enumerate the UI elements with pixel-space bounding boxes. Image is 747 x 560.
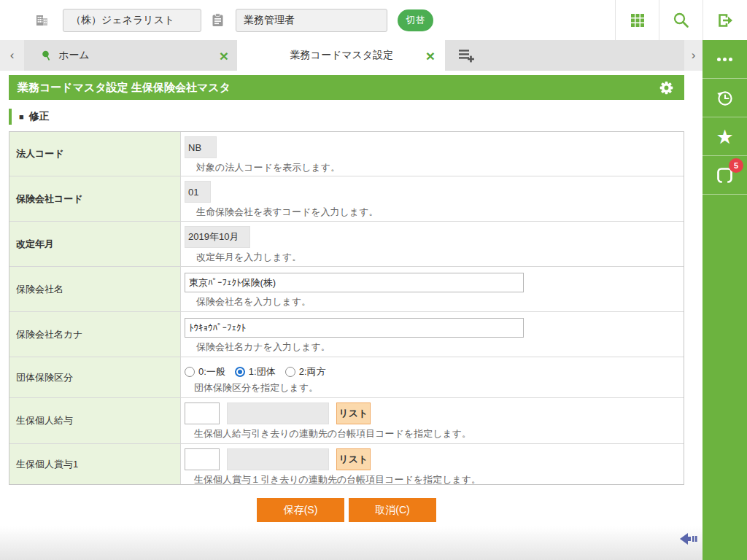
page-title-bar: 業務コードマスタ設定 生保保険会社マスタ	[9, 75, 684, 100]
save-button[interactable]: 保存(S)	[257, 498, 344, 522]
field-value-cell: 対象の法人コードを表示します。	[181, 132, 684, 176]
personal-bonus1-code-input[interactable]	[185, 448, 220, 470]
collapse-arrow-icon	[678, 532, 699, 546]
personal-salary-name-input[interactable]	[227, 402, 329, 424]
gear-icon	[659, 80, 674, 96]
personal-salary-list-button[interactable]: リスト	[336, 402, 371, 424]
star-icon: ★	[716, 127, 733, 147]
search-button[interactable]	[659, 0, 703, 40]
field-description: 生保個人賞与１引き去りの連動先の台帳項目コードを指定します。	[185, 473, 678, 486]
radio-option-general[interactable]: 0:一般	[185, 365, 225, 378]
field-description: 改定年月を入力します。	[185, 251, 678, 264]
sidebar-more-button[interactable]	[703, 40, 747, 79]
form-row-insurer-code: 保険会社コード 生命保険会社を表すコードを入力します。	[9, 176, 684, 221]
section-heading: ■ 修正	[9, 109, 50, 125]
section-marker: ■	[19, 112, 24, 121]
radio-option-both[interactable]: 2:両方	[285, 365, 326, 378]
sidebar-history-button[interactable]	[703, 79, 747, 117]
field-value-cell: 改定年月を入力します。	[181, 222, 684, 266]
insurer-name-input[interactable]	[185, 273, 524, 292]
sidebar-notifications-button[interactable]: 5	[703, 156, 747, 195]
radio-label: 1:団体	[249, 365, 276, 378]
field-description: 対象の法人コードを表示します。	[185, 161, 678, 174]
radio-icon[interactable]	[285, 367, 295, 377]
role-icon	[212, 13, 224, 27]
field-value-cell: リスト 生保個人給与引き去りの連動先の台帳項目コードを指定します。	[181, 398, 684, 443]
logout-button[interactable]	[703, 0, 747, 40]
form-row-insurer-name: 保険会社名 保険会社名を入力します。	[9, 266, 684, 311]
grid-icon	[630, 12, 646, 28]
header-bar: 切替	[0, 0, 747, 40]
radio-label: 0:一般	[198, 365, 225, 378]
bottom-fade	[0, 526, 703, 560]
field-description: 保険会社名カナを入力します。	[185, 341, 678, 354]
radio-option-group[interactable]: 1:団体	[235, 365, 276, 378]
apps-menu-button[interactable]	[615, 0, 659, 40]
form-row-insurer-name-kana: 保険会社名カナ 保険会社名カナを入力します。	[9, 311, 684, 357]
radio-label: 2:両方	[299, 365, 326, 378]
radio-icon[interactable]	[185, 367, 195, 377]
tab-add-button[interactable]	[445, 40, 684, 71]
insurer-code-input[interactable]	[185, 181, 211, 203]
app-window: 切替	[0, 0, 747, 560]
revision-date-input[interactable]	[185, 226, 250, 248]
field-value-cell: リスト 生保個人賞与１引き去りの連動先の台帳項目コードを指定します。	[181, 444, 684, 484]
form-row-corporate-code: 法人コード 対象の法人コードを表示します。	[9, 132, 684, 176]
field-description: 団体保険区分を指定します。	[185, 381, 678, 394]
form-row-revision-date: 改定年月 改定年月を入力します。	[9, 221, 684, 266]
header-actions	[615, 0, 747, 40]
tab-active-label: 業務コードマスタ設定	[259, 49, 425, 62]
field-label: 生保個人給与	[9, 398, 181, 443]
tab-home[interactable]: ホーム ×	[24, 40, 237, 71]
settings-button[interactable]	[659, 80, 674, 96]
tab-scroll-next[interactable]: ›	[684, 40, 703, 71]
form-row-group-insurance-type: 団体保険区分 0:一般 1:団体 2:両方	[9, 357, 684, 397]
tab-active[interactable]: 業務コードマスタ設定 ×	[237, 40, 445, 71]
collapse-panel-button[interactable]	[678, 532, 699, 549]
field-value-cell: 0:一般 1:団体 2:両方 団体保険区分を指定します。	[181, 357, 684, 397]
corporate-code-input[interactable]	[185, 136, 217, 158]
field-label: 生保個人賞与1	[9, 444, 181, 484]
field-description: 生命保険会社を表すコードを入力します。	[185, 206, 678, 219]
more-icon	[717, 58, 732, 61]
sidebar-favorites-button[interactable]: ★	[703, 117, 747, 156]
radio-icon[interactable]	[235, 367, 245, 377]
insurer-name-kana-input[interactable]	[185, 318, 524, 338]
role-input[interactable]	[236, 9, 387, 32]
tab-home-close-icon[interactable]: ×	[218, 48, 230, 63]
right-sidebar: ★ 5	[703, 40, 747, 560]
page-title: 業務コードマスタ設定 生保保険会社マスタ	[9, 81, 659, 95]
company-icon	[35, 13, 50, 28]
tab-home-label: ホーム	[58, 49, 218, 62]
company-input[interactable]	[63, 9, 201, 32]
field-description: 保険会社名を入力します。	[185, 295, 678, 308]
field-label: 保険会社名	[9, 267, 181, 311]
logout-icon	[716, 12, 735, 29]
action-buttons: 保存(S) 取消(C)	[9, 498, 684, 522]
personal-bonus1-name-input[interactable]	[227, 448, 329, 470]
field-label: 改定年月	[9, 222, 181, 266]
search-icon	[673, 12, 689, 28]
field-label: 保険会社コード	[9, 176, 181, 221]
tab-scroll-prev[interactable]: ‹	[0, 40, 24, 71]
cancel-button[interactable]: 取消(C)	[349, 498, 436, 522]
history-icon	[715, 88, 735, 108]
field-label: 法人コード	[9, 132, 181, 176]
add-tab-icon	[458, 48, 475, 63]
form-row-personal-salary: 生保個人給与 リスト 生保個人給与引き去りの連動先の台帳項目コードを指定します。	[9, 397, 684, 443]
tab-strip: ‹ ホーム × 業務コードマスタ設定 ×	[0, 40, 703, 71]
main-content: 業務コードマスタ設定 生保保険会社マスタ ■ 修正	[0, 71, 703, 560]
field-value-cell: 保険会社名を入力します。	[181, 267, 684, 311]
personal-salary-code-input[interactable]	[185, 402, 220, 424]
form-row-personal-bonus1: 生保個人賞与1 リスト 生保個人賞与１引き去りの連動先の台帳項目コードを指定しま…	[9, 443, 684, 484]
pin-icon	[42, 50, 51, 61]
field-description: 生保個人給与引き去りの連動先の台帳項目コードを指定します。	[185, 427, 678, 440]
field-value-cell: 生命保険会社を表すコードを入力します。	[181, 176, 684, 221]
personal-bonus1-list-button[interactable]: リスト	[336, 448, 371, 470]
notification-badge: 5	[729, 158, 743, 173]
field-label: 団体保険区分	[9, 357, 181, 397]
tab-active-close-icon[interactable]: ×	[425, 48, 436, 63]
field-value-cell: 保険会社名カナを入力します。	[181, 312, 684, 357]
form-table: 法人コード 対象の法人コードを表示します。 保険会社コード 生命保険会社を表すコ…	[9, 131, 684, 485]
switch-button[interactable]: 切替	[398, 9, 433, 31]
